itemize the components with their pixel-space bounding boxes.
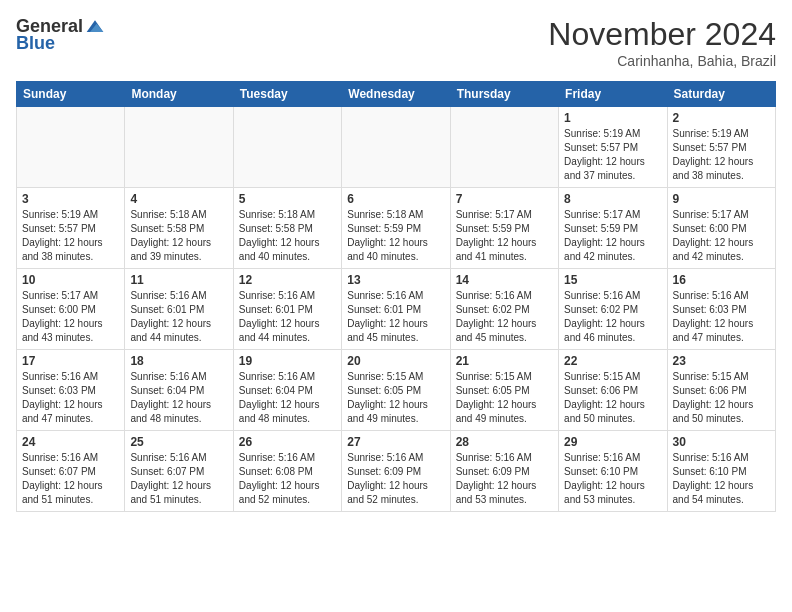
calendar-header-saturday: Saturday <box>667 82 775 107</box>
day-info: Sunrise: 5:16 AM Sunset: 6:03 PM Dayligh… <box>22 370 119 426</box>
calendar-header-sunday: Sunday <box>17 82 125 107</box>
day-number: 8 <box>564 192 661 206</box>
day-number: 29 <box>564 435 661 449</box>
calendar-header-wednesday: Wednesday <box>342 82 450 107</box>
calendar-cell: 3Sunrise: 5:19 AM Sunset: 5:57 PM Daylig… <box>17 188 125 269</box>
page-header: General Blue November 2024 Carinhanha, B… <box>16 16 776 69</box>
day-info: Sunrise: 5:16 AM Sunset: 6:04 PM Dayligh… <box>239 370 336 426</box>
day-number: 15 <box>564 273 661 287</box>
calendar-cell <box>342 107 450 188</box>
day-number: 12 <box>239 273 336 287</box>
day-number: 3 <box>22 192 119 206</box>
day-number: 1 <box>564 111 661 125</box>
calendar-cell: 26Sunrise: 5:16 AM Sunset: 6:08 PM Dayli… <box>233 431 341 512</box>
week-row-2: 3Sunrise: 5:19 AM Sunset: 5:57 PM Daylig… <box>17 188 776 269</box>
day-number: 9 <box>673 192 770 206</box>
day-info: Sunrise: 5:16 AM Sunset: 6:03 PM Dayligh… <box>673 289 770 345</box>
day-info: Sunrise: 5:16 AM Sunset: 6:07 PM Dayligh… <box>130 451 227 507</box>
day-number: 23 <box>673 354 770 368</box>
day-number: 4 <box>130 192 227 206</box>
logo: General Blue <box>16 16 105 54</box>
day-info: Sunrise: 5:16 AM Sunset: 6:09 PM Dayligh… <box>456 451 553 507</box>
day-info: Sunrise: 5:15 AM Sunset: 6:06 PM Dayligh… <box>673 370 770 426</box>
calendar-header-thursday: Thursday <box>450 82 558 107</box>
day-number: 27 <box>347 435 444 449</box>
calendar-cell: 16Sunrise: 5:16 AM Sunset: 6:03 PM Dayli… <box>667 269 775 350</box>
calendar-cell: 7Sunrise: 5:17 AM Sunset: 5:59 PM Daylig… <box>450 188 558 269</box>
calendar-cell: 29Sunrise: 5:16 AM Sunset: 6:10 PM Dayli… <box>559 431 667 512</box>
month-title: November 2024 <box>548 16 776 53</box>
day-number: 25 <box>130 435 227 449</box>
calendar-cell: 22Sunrise: 5:15 AM Sunset: 6:06 PM Dayli… <box>559 350 667 431</box>
day-info: Sunrise: 5:16 AM Sunset: 6:04 PM Dayligh… <box>130 370 227 426</box>
calendar-cell: 20Sunrise: 5:15 AM Sunset: 6:05 PM Dayli… <box>342 350 450 431</box>
day-number: 17 <box>22 354 119 368</box>
day-info: Sunrise: 5:16 AM Sunset: 6:09 PM Dayligh… <box>347 451 444 507</box>
calendar-cell: 27Sunrise: 5:16 AM Sunset: 6:09 PM Dayli… <box>342 431 450 512</box>
day-info: Sunrise: 5:16 AM Sunset: 6:10 PM Dayligh… <box>564 451 661 507</box>
day-info: Sunrise: 5:18 AM Sunset: 5:58 PM Dayligh… <box>239 208 336 264</box>
day-info: Sunrise: 5:19 AM Sunset: 5:57 PM Dayligh… <box>22 208 119 264</box>
calendar-cell: 10Sunrise: 5:17 AM Sunset: 6:00 PM Dayli… <box>17 269 125 350</box>
day-number: 24 <box>22 435 119 449</box>
calendar-cell: 8Sunrise: 5:17 AM Sunset: 5:59 PM Daylig… <box>559 188 667 269</box>
day-number: 22 <box>564 354 661 368</box>
calendar-cell <box>125 107 233 188</box>
day-info: Sunrise: 5:15 AM Sunset: 6:06 PM Dayligh… <box>564 370 661 426</box>
day-number: 19 <box>239 354 336 368</box>
day-number: 18 <box>130 354 227 368</box>
calendar-cell <box>450 107 558 188</box>
day-number: 6 <box>347 192 444 206</box>
day-info: Sunrise: 5:17 AM Sunset: 6:00 PM Dayligh… <box>22 289 119 345</box>
calendar-table: SundayMondayTuesdayWednesdayThursdayFrid… <box>16 81 776 512</box>
day-number: 5 <box>239 192 336 206</box>
week-row-1: 1Sunrise: 5:19 AM Sunset: 5:57 PM Daylig… <box>17 107 776 188</box>
day-number: 13 <box>347 273 444 287</box>
calendar-cell: 25Sunrise: 5:16 AM Sunset: 6:07 PM Dayli… <box>125 431 233 512</box>
calendar-cell: 30Sunrise: 5:16 AM Sunset: 6:10 PM Dayli… <box>667 431 775 512</box>
day-info: Sunrise: 5:18 AM Sunset: 5:59 PM Dayligh… <box>347 208 444 264</box>
calendar-cell: 11Sunrise: 5:16 AM Sunset: 6:01 PM Dayli… <box>125 269 233 350</box>
calendar-header-monday: Monday <box>125 82 233 107</box>
calendar-cell <box>17 107 125 188</box>
day-info: Sunrise: 5:19 AM Sunset: 5:57 PM Dayligh… <box>673 127 770 183</box>
day-number: 30 <box>673 435 770 449</box>
calendar-cell: 9Sunrise: 5:17 AM Sunset: 6:00 PM Daylig… <box>667 188 775 269</box>
day-number: 2 <box>673 111 770 125</box>
logo-icon <box>85 17 105 37</box>
calendar-cell: 18Sunrise: 5:16 AM Sunset: 6:04 PM Dayli… <box>125 350 233 431</box>
calendar-cell: 13Sunrise: 5:16 AM Sunset: 6:01 PM Dayli… <box>342 269 450 350</box>
day-info: Sunrise: 5:16 AM Sunset: 6:01 PM Dayligh… <box>130 289 227 345</box>
day-info: Sunrise: 5:16 AM Sunset: 6:02 PM Dayligh… <box>456 289 553 345</box>
calendar-header-row: SundayMondayTuesdayWednesdayThursdayFrid… <box>17 82 776 107</box>
day-number: 21 <box>456 354 553 368</box>
week-row-4: 17Sunrise: 5:16 AM Sunset: 6:03 PM Dayli… <box>17 350 776 431</box>
day-info: Sunrise: 5:17 AM Sunset: 5:59 PM Dayligh… <box>456 208 553 264</box>
day-info: Sunrise: 5:16 AM Sunset: 6:10 PM Dayligh… <box>673 451 770 507</box>
day-info: Sunrise: 5:15 AM Sunset: 6:05 PM Dayligh… <box>347 370 444 426</box>
day-info: Sunrise: 5:16 AM Sunset: 6:01 PM Dayligh… <box>239 289 336 345</box>
calendar-cell: 21Sunrise: 5:15 AM Sunset: 6:05 PM Dayli… <box>450 350 558 431</box>
day-number: 26 <box>239 435 336 449</box>
day-info: Sunrise: 5:16 AM Sunset: 6:07 PM Dayligh… <box>22 451 119 507</box>
day-info: Sunrise: 5:17 AM Sunset: 6:00 PM Dayligh… <box>673 208 770 264</box>
calendar-cell: 15Sunrise: 5:16 AM Sunset: 6:02 PM Dayli… <box>559 269 667 350</box>
calendar-header-friday: Friday <box>559 82 667 107</box>
day-info: Sunrise: 5:19 AM Sunset: 5:57 PM Dayligh… <box>564 127 661 183</box>
day-number: 7 <box>456 192 553 206</box>
day-info: Sunrise: 5:18 AM Sunset: 5:58 PM Dayligh… <box>130 208 227 264</box>
day-number: 10 <box>22 273 119 287</box>
day-info: Sunrise: 5:16 AM Sunset: 6:01 PM Dayligh… <box>347 289 444 345</box>
calendar-cell: 17Sunrise: 5:16 AM Sunset: 6:03 PM Dayli… <box>17 350 125 431</box>
week-row-3: 10Sunrise: 5:17 AM Sunset: 6:00 PM Dayli… <box>17 269 776 350</box>
calendar-cell: 1Sunrise: 5:19 AM Sunset: 5:57 PM Daylig… <box>559 107 667 188</box>
day-number: 16 <box>673 273 770 287</box>
calendar-cell: 24Sunrise: 5:16 AM Sunset: 6:07 PM Dayli… <box>17 431 125 512</box>
calendar-cell <box>233 107 341 188</box>
day-number: 28 <box>456 435 553 449</box>
title-section: November 2024 Carinhanha, Bahia, Brazil <box>548 16 776 69</box>
day-number: 20 <box>347 354 444 368</box>
day-info: Sunrise: 5:17 AM Sunset: 5:59 PM Dayligh… <box>564 208 661 264</box>
calendar-header-tuesday: Tuesday <box>233 82 341 107</box>
calendar-cell: 14Sunrise: 5:16 AM Sunset: 6:02 PM Dayli… <box>450 269 558 350</box>
